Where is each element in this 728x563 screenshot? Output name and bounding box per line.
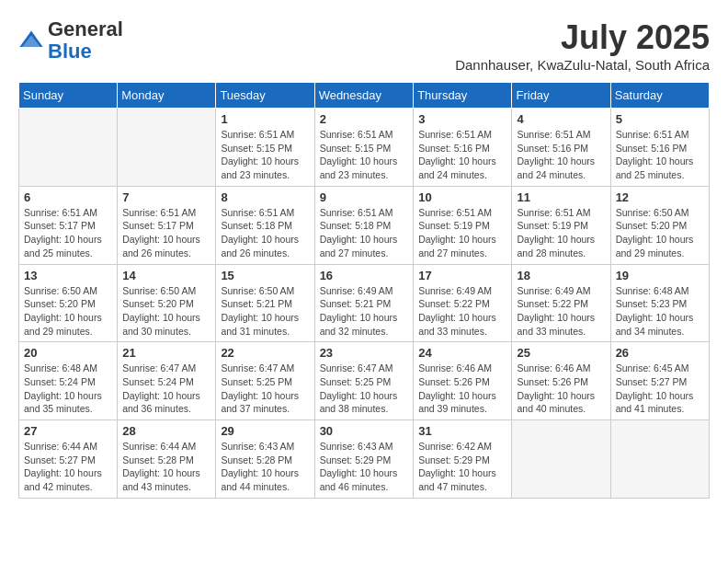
day-cell: 20Sunrise: 6:48 AM Sunset: 5:24 PM Dayli… (19, 342, 118, 420)
logo-blue-text: Blue (48, 40, 92, 63)
day-info: Sunrise: 6:43 AM Sunset: 5:29 PM Dayligh… (320, 440, 409, 494)
day-cell: 25Sunrise: 6:46 AM Sunset: 5:26 PM Dayli… (512, 342, 610, 420)
weekday-header-saturday: Saturday (610, 83, 709, 109)
day-number: 10 (418, 190, 506, 204)
location: Dannhauser, KwaZulu-Natal, South Africa (455, 57, 710, 73)
day-number: 16 (320, 269, 409, 282)
day-info: Sunrise: 6:51 AM Sunset: 5:15 PM Dayligh… (221, 128, 309, 182)
logo-icon (18, 28, 44, 53)
week-row-1: 1Sunrise: 6:51 AM Sunset: 5:15 PM Daylig… (19, 109, 710, 187)
day-info: Sunrise: 6:47 AM Sunset: 5:25 PM Dayligh… (221, 362, 309, 416)
weekday-header-monday: Monday (118, 83, 216, 109)
day-cell: 28Sunrise: 6:44 AM Sunset: 5:28 PM Dayli… (118, 420, 216, 499)
day-info: Sunrise: 6:51 AM Sunset: 5:16 PM Dayligh… (418, 128, 506, 182)
weekday-header-tuesday: Tuesday (216, 83, 314, 109)
day-cell: 18Sunrise: 6:49 AM Sunset: 5:22 PM Dayli… (512, 264, 610, 342)
day-number: 1 (221, 112, 309, 126)
day-number: 13 (24, 269, 112, 282)
day-cell: 8Sunrise: 6:51 AM Sunset: 5:18 PM Daylig… (216, 186, 314, 264)
day-cell: 3Sunrise: 6:51 AM Sunset: 5:16 PM Daylig… (414, 109, 512, 187)
day-number: 27 (24, 424, 112, 438)
weekday-header-wednesday: Wednesday (314, 83, 414, 109)
day-cell: 24Sunrise: 6:46 AM Sunset: 5:26 PM Dayli… (414, 342, 512, 420)
day-info: Sunrise: 6:46 AM Sunset: 5:26 PM Dayligh… (418, 362, 506, 416)
day-cell: 6Sunrise: 6:51 AM Sunset: 5:17 PM Daylig… (19, 186, 118, 264)
day-info: Sunrise: 6:46 AM Sunset: 5:26 PM Dayligh… (517, 362, 605, 416)
day-info: Sunrise: 6:51 AM Sunset: 5:16 PM Dayligh… (517, 128, 605, 182)
day-number: 17 (418, 269, 506, 282)
day-cell: 19Sunrise: 6:48 AM Sunset: 5:23 PM Dayli… (610, 264, 709, 342)
day-info: Sunrise: 6:42 AM Sunset: 5:29 PM Dayligh… (418, 440, 506, 494)
day-cell: 21Sunrise: 6:47 AM Sunset: 5:24 PM Dayli… (118, 342, 216, 420)
day-cell: 5Sunrise: 6:51 AM Sunset: 5:16 PM Daylig… (610, 109, 709, 187)
day-cell (118, 109, 216, 187)
day-info: Sunrise: 6:50 AM Sunset: 5:20 PM Dayligh… (616, 206, 704, 260)
day-number: 24 (418, 346, 506, 360)
day-number: 15 (221, 269, 309, 282)
day-info: Sunrise: 6:51 AM Sunset: 5:18 PM Dayligh… (320, 206, 409, 260)
day-number: 7 (122, 190, 210, 204)
day-cell: 14Sunrise: 6:50 AM Sunset: 5:20 PM Dayli… (118, 264, 216, 342)
week-row-5: 27Sunrise: 6:44 AM Sunset: 5:27 PM Dayli… (19, 420, 710, 499)
day-info: Sunrise: 6:48 AM Sunset: 5:23 PM Dayligh… (616, 284, 704, 339)
day-info: Sunrise: 6:49 AM Sunset: 5:21 PM Dayligh… (320, 284, 409, 339)
day-cell: 9Sunrise: 6:51 AM Sunset: 5:18 PM Daylig… (314, 186, 414, 264)
day-cell: 16Sunrise: 6:49 AM Sunset: 5:21 PM Dayli… (314, 264, 414, 342)
day-info: Sunrise: 6:51 AM Sunset: 5:18 PM Dayligh… (221, 206, 309, 260)
day-cell (19, 109, 118, 187)
day-info: Sunrise: 6:50 AM Sunset: 5:21 PM Dayligh… (221, 284, 309, 339)
day-number: 12 (616, 190, 704, 204)
day-cell (512, 420, 610, 499)
day-number: 25 (517, 346, 605, 360)
day-number: 28 (122, 424, 210, 438)
day-number: 29 (221, 424, 309, 438)
day-info: Sunrise: 6:51 AM Sunset: 5:17 PM Dayligh… (122, 206, 210, 260)
day-number: 20 (24, 346, 112, 360)
day-cell: 26Sunrise: 6:45 AM Sunset: 5:27 PM Dayli… (610, 342, 709, 420)
day-cell: 15Sunrise: 6:50 AM Sunset: 5:21 PM Dayli… (216, 264, 314, 342)
logo-general-text: General (48, 17, 123, 40)
weekday-header-sunday: Sunday (19, 83, 118, 109)
day-number: 31 (418, 424, 506, 438)
day-cell (610, 420, 709, 499)
day-number: 21 (122, 346, 210, 360)
month-title: July 2025 (455, 18, 710, 57)
day-cell: 17Sunrise: 6:49 AM Sunset: 5:22 PM Dayli… (414, 264, 512, 342)
day-number: 11 (517, 190, 605, 204)
week-row-2: 6Sunrise: 6:51 AM Sunset: 5:17 PM Daylig… (19, 186, 710, 264)
header: General Blue July 2025 Dannhauser, KwaZu… (18, 18, 710, 73)
day-number: 26 (616, 346, 704, 360)
calendar: SundayMondayTuesdayWednesdayThursdayFrid… (18, 82, 710, 499)
day-cell: 29Sunrise: 6:43 AM Sunset: 5:28 PM Dayli… (216, 420, 314, 499)
day-cell: 11Sunrise: 6:51 AM Sunset: 5:19 PM Dayli… (512, 186, 610, 264)
day-cell: 7Sunrise: 6:51 AM Sunset: 5:17 PM Daylig… (118, 186, 216, 264)
day-cell: 12Sunrise: 6:50 AM Sunset: 5:20 PM Dayli… (610, 186, 709, 264)
day-cell: 1Sunrise: 6:51 AM Sunset: 5:15 PM Daylig… (216, 109, 314, 187)
day-info: Sunrise: 6:50 AM Sunset: 5:20 PM Dayligh… (122, 284, 210, 339)
title-block: July 2025 Dannhauser, KwaZulu-Natal, Sou… (455, 18, 710, 73)
day-number: 8 (221, 190, 309, 204)
day-number: 19 (616, 269, 704, 282)
day-number: 3 (418, 112, 506, 126)
weekday-header-row: SundayMondayTuesdayWednesdayThursdayFrid… (19, 83, 710, 109)
day-info: Sunrise: 6:44 AM Sunset: 5:28 PM Dayligh… (122, 440, 210, 494)
day-info: Sunrise: 6:51 AM Sunset: 5:16 PM Dayligh… (616, 128, 704, 182)
day-cell: 27Sunrise: 6:44 AM Sunset: 5:27 PM Dayli… (19, 420, 118, 499)
day-cell: 10Sunrise: 6:51 AM Sunset: 5:19 PM Dayli… (414, 186, 512, 264)
day-number: 9 (320, 190, 409, 204)
day-info: Sunrise: 6:45 AM Sunset: 5:27 PM Dayligh… (616, 362, 704, 416)
day-info: Sunrise: 6:50 AM Sunset: 5:20 PM Dayligh… (24, 284, 112, 339)
day-info: Sunrise: 6:44 AM Sunset: 5:27 PM Dayligh… (24, 440, 112, 494)
day-cell: 22Sunrise: 6:47 AM Sunset: 5:25 PM Dayli… (216, 342, 314, 420)
day-info: Sunrise: 6:43 AM Sunset: 5:28 PM Dayligh… (221, 440, 309, 494)
day-number: 23 (320, 346, 409, 360)
day-cell: 30Sunrise: 6:43 AM Sunset: 5:29 PM Dayli… (314, 420, 414, 499)
day-number: 6 (24, 190, 112, 204)
day-number: 2 (320, 112, 409, 126)
day-info: Sunrise: 6:51 AM Sunset: 5:19 PM Dayligh… (517, 206, 605, 260)
logo: General Blue (18, 18, 123, 63)
day-cell: 13Sunrise: 6:50 AM Sunset: 5:20 PM Dayli… (19, 264, 118, 342)
day-info: Sunrise: 6:51 AM Sunset: 5:17 PM Dayligh… (24, 206, 112, 260)
day-number: 18 (517, 269, 605, 282)
day-number: 4 (517, 112, 605, 126)
